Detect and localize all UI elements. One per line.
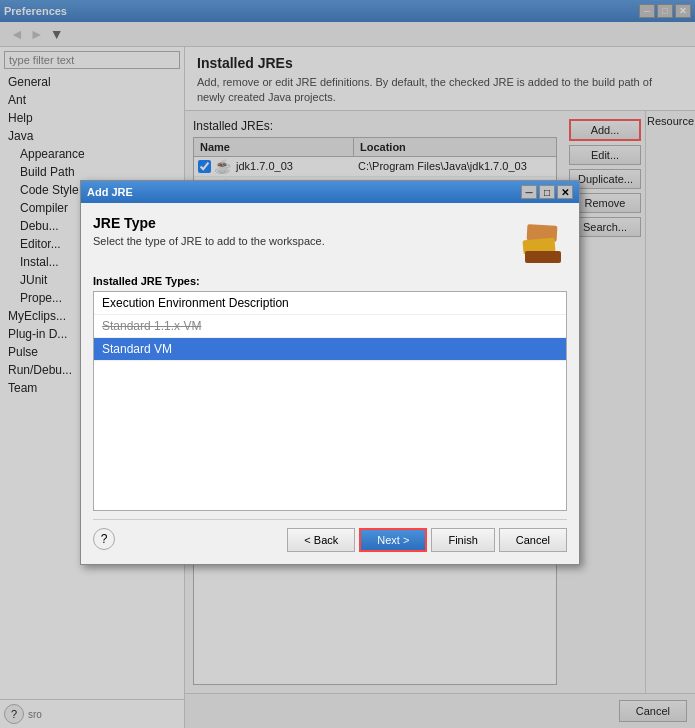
jre-type-item-standard-vm[interactable]: Standard VM [94, 338, 566, 361]
modal-section-title: JRE Type [93, 215, 325, 231]
modal-header-section: JRE Type Select the type of JRE to add t… [93, 215, 567, 263]
jre-types-list[interactable]: Execution Environment Description Standa… [93, 291, 567, 511]
jre-types-label: Installed JRE Types: [93, 275, 567, 287]
book-stack-icon [519, 215, 567, 263]
jre-type-item-standard11[interactable]: Standard 1.1.x VM [94, 315, 566, 338]
modal-header-text: JRE Type Select the type of JRE to add t… [93, 215, 325, 247]
modal-help-button[interactable]: ? [93, 528, 115, 550]
modal-close-button[interactable]: ✕ [557, 185, 573, 199]
modal-window-controls: ─ □ ✕ [521, 185, 573, 199]
modal-overlay: Add JRE ─ □ ✕ JRE Type Select the type o… [0, 0, 695, 728]
modal-title-label: Add JRE [87, 186, 133, 198]
modal-back-button[interactable]: < Back [287, 528, 355, 552]
modal-finish-button[interactable]: Finish [431, 528, 494, 552]
modal-body: JRE Type Select the type of JRE to add t… [81, 203, 579, 564]
modal-next-button[interactable]: Next > [359, 528, 427, 552]
modal-section-desc: Select the type of JRE to add to the wor… [93, 235, 325, 247]
jre-type-item-execution[interactable]: Execution Environment Description [94, 292, 566, 315]
modal-cancel-button[interactable]: Cancel [499, 528, 567, 552]
add-jre-modal: Add JRE ─ □ ✕ JRE Type Select the type o… [80, 180, 580, 565]
modal-maximize-button[interactable]: □ [539, 185, 555, 199]
book-bottom [525, 251, 561, 263]
modal-icon [519, 215, 567, 263]
modal-minimize-button[interactable]: ─ [521, 185, 537, 199]
modal-titlebar: Add JRE ─ □ ✕ [81, 181, 579, 203]
modal-footer: ? < Back Next > Finish Cancel [93, 519, 567, 552]
